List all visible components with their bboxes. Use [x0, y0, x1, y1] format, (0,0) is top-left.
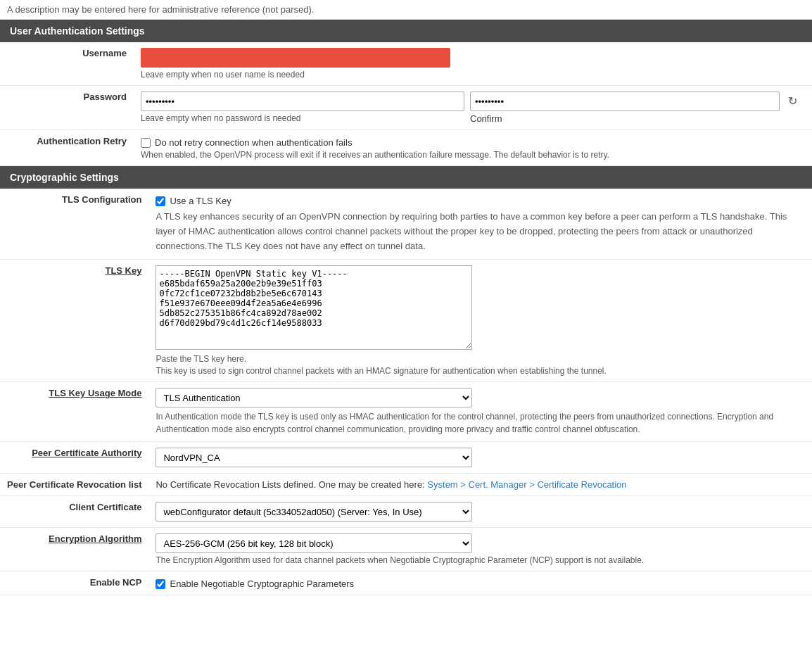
encryption-algorithm-label: Encryption Algorithm — [0, 528, 148, 571]
tls-key-usage-description: In Authentication mode the TLS key is us… — [156, 410, 803, 436]
user-auth-table: Username Leave empty when no user name i… — [0, 42, 812, 166]
client-cert-row: Client Certificate webConfigurator defau… — [0, 496, 812, 528]
encryption-algorithm-row: Encryption Algorithm AES-256-GCM (256 bi… — [0, 528, 812, 571]
peer-cert-revoc-value-cell: No Certificate Revocation Lists defined.… — [148, 474, 812, 496]
encryption-algorithm-hint: The Encryption Algorithm used for data c… — [156, 555, 805, 565]
tls-key-usage-label-text: TLS Key Usage Mode — [49, 388, 141, 398]
tls-config-description: A TLS key enhances security of an OpenVP… — [156, 210, 803, 253]
peer-ca-row: Peer Certificate Authority NordVPN_CA — [0, 442, 812, 474]
peer-ca-label-text: Peer Certificate Authority — [32, 448, 141, 458]
encryption-algorithm-label-text: Encryption Algorithm — [49, 533, 141, 544]
enable-ncp-value-cell: Enable Negotiable Cryptographic Paramete… — [148, 571, 812, 595]
auth-retry-checkbox[interactable] — [141, 138, 151, 148]
password-row: Password Leave empty when no password is… — [0, 86, 812, 130]
enable-ncp-checkbox-label: Enable Negotiable Cryptographic Paramete… — [170, 579, 354, 589]
tls-config-label: TLS Configuration — [0, 189, 148, 260]
tls-key-hint1: Paste the TLS key here. — [156, 354, 805, 364]
peer-ca-select[interactable]: NordVPN_CA — [156, 448, 472, 467]
tls-config-row: TLS Configuration Use a TLS Key A TLS ke… — [0, 189, 812, 260]
password-hint: Leave empty when no password is needed — [141, 113, 464, 123]
tls-key-usage-value-cell: TLS Authentication TLS Encryption and Au… — [148, 382, 812, 442]
auth-retry-checkbox-label: Do not retry connection when authenticat… — [155, 137, 352, 148]
tls-config-value-cell: Use a TLS Key A TLS key enhances securit… — [148, 189, 812, 260]
peer-ca-value-cell: NordVPN_CA — [148, 442, 812, 474]
username-hint: Leave empty when no user name is needed — [141, 70, 805, 80]
username-label: Username — [0, 42, 134, 86]
enable-ncp-row: Enable NCP Enable Negotiable Cryptograph… — [0, 571, 812, 595]
peer-ca-label: Peer Certificate Authority — [0, 442, 148, 474]
tls-key-usage-row: TLS Key Usage Mode TLS Authentication TL… — [0, 382, 812, 442]
encryption-algorithm-select[interactable]: AES-256-GCM (256 bit key, 128 bit block)… — [156, 533, 472, 553]
tls-key-usage-label: TLS Key Usage Mode — [0, 382, 148, 442]
crypto-table: TLS Configuration Use a TLS Key A TLS ke… — [0, 189, 812, 595]
password-input[interactable] — [141, 91, 464, 111]
encryption-algorithm-value-cell: AES-256-GCM (256 bit key, 128 bit block)… — [148, 528, 812, 571]
refresh-icon[interactable]: ↻ — [785, 91, 800, 110]
confirm-label: Confirm — [470, 113, 780, 124]
password-label: Password — [0, 86, 134, 130]
user-auth-section-header: User Authentication Settings — [0, 20, 812, 42]
username-input[interactable] — [141, 48, 450, 68]
username-row: Username Leave empty when no user name i… — [0, 42, 812, 86]
enable-ncp-label: Enable NCP — [0, 571, 148, 595]
client-cert-label: Client Certificate — [0, 496, 148, 528]
client-cert-value-cell: webConfigurator default (5c334052ad050) … — [148, 496, 812, 528]
auth-retry-row: Authentication Retry Do not retry connec… — [0, 130, 812, 166]
peer-cert-revoc-row: Peer Certificate Revocation list No Cert… — [0, 474, 812, 496]
tls-key-row: TLS Key -----BEGIN OpenVPN Static key V1… — [0, 260, 812, 382]
tls-key-hint2: This key is used to sign control channel… — [156, 366, 805, 376]
enable-ncp-checkbox[interactable] — [156, 579, 165, 589]
top-description: A description may be entered here for ad… — [0, 0, 812, 20]
client-cert-select[interactable]: webConfigurator default (5c334052ad050) … — [156, 502, 472, 522]
auth-retry-label: Authentication Retry — [0, 130, 134, 166]
tls-key-value-cell: -----BEGIN OpenVPN Static key V1----- e6… — [148, 260, 812, 382]
peer-cert-revoc-link[interactable]: System > Cert. Manager > Certificate Rev… — [427, 479, 626, 490]
username-value-cell: Leave empty when no user name is needed — [134, 42, 812, 86]
tls-key-usage-select[interactable]: TLS Authentication TLS Encryption and Au… — [156, 388, 472, 407]
tls-key-textarea[interactable]: -----BEGIN OpenVPN Static key V1----- e6… — [156, 265, 472, 350]
auth-retry-value-cell: Do not retry connection when authenticat… — [134, 130, 812, 166]
tls-key-label: TLS Key — [0, 260, 148, 382]
peer-cert-revoc-text: No Certificate Revocation Lists defined.… — [156, 479, 427, 490]
password-value-cell: Leave empty when no password is needed C… — [134, 86, 812, 130]
tls-config-checkbox-label: Use a TLS Key — [170, 196, 231, 206]
tls-key-label-text: TLS Key — [105, 265, 141, 276]
password-confirm-input[interactable] — [470, 91, 780, 111]
tls-config-checkbox[interactable] — [156, 196, 165, 206]
crypto-section-header: Cryptographic Settings — [0, 166, 812, 189]
peer-cert-revoc-label: Peer Certificate Revocation list — [0, 474, 148, 496]
auth-retry-hint: When enabled, the OpenVPN process will e… — [141, 150, 805, 160]
